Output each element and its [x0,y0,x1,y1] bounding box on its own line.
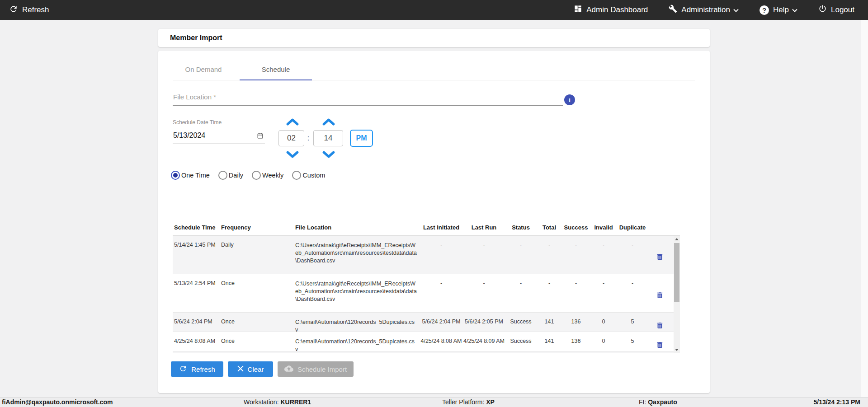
action-buttons: Refresh Clear Schedule Import [171,361,354,377]
scrollbar-up-icon[interactable] [675,238,679,240]
col-frequency: Frequency [220,218,294,235]
radio-weekly[interactable]: Weekly [252,171,283,180]
scrollbar-down-icon[interactable] [675,349,679,351]
minute-down-icon[interactable] [322,151,335,158]
trash-icon [656,294,664,301]
table-row: 5/6/24 2:04 PM Once C:\email\Automation\… [173,313,674,332]
cell-duplicate: 5 [617,332,648,353]
info-icon[interactable]: i [564,94,575,105]
radio-unselected-icon [252,171,261,180]
table-row: 5/13/24 2:54 PM Once C:\Users\ratnak\git… [173,274,674,313]
col-actions [648,218,674,235]
cell-success: - [562,274,590,312]
topbar-refresh-button[interactable]: Refresh [9,5,49,16]
cell-total: 141 [537,332,562,353]
cell-last-initiated: 5/6/24 2:04 PM [420,313,463,334]
page-scrollbar[interactable] [861,20,868,397]
hour-down-icon[interactable] [286,151,299,158]
power-icon [818,5,827,15]
scrollbar-thumb[interactable] [674,243,679,302]
radio-one-time[interactable]: One Time [171,171,210,180]
page-title: Member Import [158,34,222,42]
cell-frequency: Once [220,313,294,334]
cloud-upload-icon [284,364,293,374]
hour-up-icon[interactable] [286,118,299,126]
help-icon: ? [760,5,769,15]
tab-schedule[interactable]: Schedule [240,59,312,80]
table-row: 4/25/24 8:08 AM Once C:\email\Automation… [173,332,674,351]
cell-last-initiated: 4/25/24 8:08 AM [420,332,463,353]
administration-menu[interactable]: Administration [669,5,739,15]
schedule-date-time-label: Schedule Date Time [173,119,222,126]
radio-selected-icon [171,171,180,180]
cell-duplicate: - [617,236,648,274]
member-import-screen: Refresh Admin Dashboard Administration ?… [0,0,868,407]
refresh-icon [9,5,18,16]
cell-file-location: C:\email\Automation\120records_5Dupicate… [294,332,420,353]
radio-custom[interactable]: Custom [292,171,325,180]
calendar-icon[interactable] [257,132,264,139]
meridiem-toggle[interactable]: PM [350,130,373,147]
cell-success: 136 [562,313,590,334]
cell-schedule-time: 4/25/24 8:08 AM [173,332,220,353]
cell-last-initiated: - [420,236,463,274]
status-footer: fiAdmin@qaxpauto.onmicrosoft.com Worksta… [0,397,868,407]
cell-last-run: 4/25/24 8:09 AM [463,332,505,353]
page-title-card: Member Import [158,29,710,47]
footer-user: fiAdmin@qaxpauto.onmicrosoft.com [2,398,113,406]
refresh-button[interactable]: Refresh [171,361,223,377]
trash-icon [656,324,664,331]
cell-last-run: - [463,236,505,274]
cell-invalid: - [590,236,617,274]
table-scrollbar[interactable] [674,236,680,353]
minute-up-icon[interactable] [322,118,335,126]
cell-frequency: Daily [220,236,294,274]
clear-button[interactable]: Clear [228,361,273,377]
cell-last-run: 5/6/24 2:05 PM [463,313,505,334]
footer-fi: FI: Qaxpauto [639,398,677,406]
radio-daily[interactable]: Daily [218,171,243,180]
cell-file-location: C:\Users\ratnak\git\eReceipts\IMM_ERecei… [294,236,420,274]
col-success: Success [562,218,590,235]
cell-duplicate: - [617,274,648,312]
delete-row-button[interactable] [656,317,664,334]
minute-input[interactable]: 14 [313,130,343,146]
cell-invalid: 0 [590,313,617,334]
cell-total: - [537,274,562,312]
logout-button[interactable]: Logout [818,5,854,15]
help-label: Help [773,5,789,14]
cell-invalid: - [590,274,617,312]
delete-row-button[interactable] [656,278,664,312]
radio-unselected-icon [292,171,301,180]
admin-dashboard-menu[interactable]: Admin Dashboard [574,5,648,15]
tab-bar: On Demand Schedule [167,59,312,80]
administration-label: Administration [681,5,730,14]
hour-input[interactable]: 02 [278,130,304,146]
admin-dashboard-label: Admin Dashboard [586,5,648,14]
cell-schedule-time: 5/6/24 2:04 PM [173,313,220,334]
cell-success: - [562,236,590,274]
trash-icon [656,344,664,351]
chevron-down-icon [733,5,739,14]
col-total: Total [537,218,562,235]
cell-last-run: - [463,274,505,312]
cell-invalid: 0 [590,332,617,353]
col-duplicate: Duplicate [617,218,648,235]
topbar: Refresh Admin Dashboard Administration ?… [0,0,868,20]
cell-status: - [505,274,537,312]
tab-on-demand[interactable]: On Demand [167,59,240,80]
file-location-input[interactable] [173,90,563,106]
cell-status: Success [505,313,537,334]
cell-status: Success [505,332,537,353]
schedule-table: Schedule Time Frequency File Location La… [173,218,680,353]
col-status: Status [505,218,537,235]
footer-datetime: 5/13/24 2:13 PM [813,398,860,406]
cell-success: 136 [562,332,590,353]
cell-frequency: Once [220,274,294,312]
table-row: 5/14/24 1:45 PM Daily C:\Users\ratnak\gi… [173,236,674,274]
member-import-panel: On Demand Schedule i Schedule Date Time … [158,51,710,393]
help-menu[interactable]: ? Help [760,5,797,15]
schedule-date-input[interactable] [173,130,252,144]
delete-row-button[interactable] [656,240,664,274]
delete-row-button[interactable] [656,336,664,353]
